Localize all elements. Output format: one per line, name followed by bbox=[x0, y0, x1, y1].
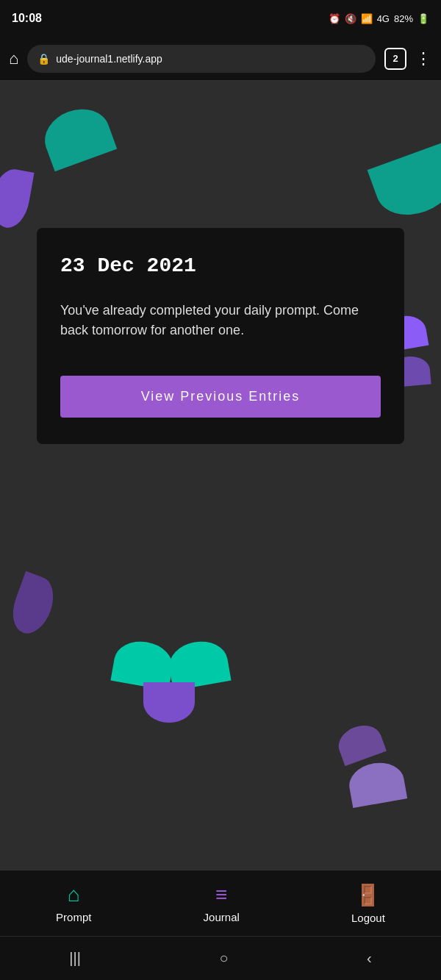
signal-icon: 4G bbox=[377, 13, 390, 24]
leaf-decoration-teal-top-left bbox=[37, 101, 118, 172]
main-card: 23 Dec 2021 You've already completed you… bbox=[37, 228, 404, 444]
logout-icon: 🚪 bbox=[355, 883, 381, 907]
android-recent-button[interactable]: ||| bbox=[69, 950, 81, 967]
nav-item-logout[interactable]: 🚪 Logout bbox=[351, 883, 385, 924]
prompt-home-icon: ⌂ bbox=[68, 883, 80, 906]
nav-label-journal: Journal bbox=[204, 911, 240, 923]
battery-icon: 🔋 bbox=[417, 13, 429, 24]
tab-count-button[interactable]: 2 bbox=[384, 48, 406, 70]
leaf-decoration-purple-bottom-right-1 bbox=[334, 720, 387, 766]
browser-bar: ⌂ 🔒 ude-journal1.netlify.app 2 ⋮ bbox=[0, 37, 441, 81]
browser-menu-button[interactable]: ⋮ bbox=[415, 49, 432, 68]
leaf-decoration-teal-top-right bbox=[368, 143, 441, 226]
view-previous-entries-button[interactable]: View Previous Entries bbox=[60, 376, 381, 418]
android-home-button[interactable]: ○ bbox=[219, 950, 228, 967]
android-nav-bar: ||| ○ ‹ bbox=[0, 936, 441, 980]
battery-label: 82% bbox=[394, 13, 413, 24]
tab-count-label: 2 bbox=[392, 53, 398, 64]
status-bar: 10:08 ⏰ 🔇 📶 4G 82% 🔋 bbox=[0, 0, 441, 37]
leaf-decoration-purple-left bbox=[0, 166, 35, 230]
card-date: 23 Dec 2021 bbox=[60, 254, 381, 277]
leaf-decoration-purple-bottom-right-2 bbox=[346, 759, 407, 808]
bottom-nav: ⌂ Prompt ≡ Journal 🚪 Logout bbox=[0, 870, 441, 936]
alarm-icon: ⏰ bbox=[329, 13, 340, 24]
lock-icon: 🔒 bbox=[37, 53, 50, 65]
url-text: ude-journal1.netlify.app bbox=[56, 53, 162, 65]
wifi-icon: 📶 bbox=[361, 13, 373, 24]
nav-label-prompt: Prompt bbox=[56, 911, 91, 923]
url-bar[interactable]: 🔒 ude-journal1.netlify.app bbox=[27, 45, 376, 73]
android-back-button[interactable]: ‹ bbox=[367, 950, 372, 967]
browser-home-button[interactable]: ⌂ bbox=[9, 49, 18, 68]
leaf-decoration-purple-bottom-center bbox=[143, 682, 195, 723]
status-icons: ⏰ 🔇 📶 4G 82% 🔋 bbox=[329, 13, 429, 24]
status-time: 10:08 bbox=[12, 12, 42, 25]
leaf-decoration-purple-left-bottom bbox=[6, 571, 60, 639]
journal-icon: ≡ bbox=[215, 883, 227, 906]
card-message: You've already completed your daily prom… bbox=[60, 301, 381, 340]
mute-icon: 🔇 bbox=[345, 13, 356, 24]
main-content: 23 Dec 2021 You've already completed you… bbox=[0, 81, 441, 870]
nav-label-logout: Logout bbox=[351, 912, 385, 924]
nav-item-prompt[interactable]: ⌂ Prompt bbox=[56, 883, 91, 923]
nav-item-journal[interactable]: ≡ Journal bbox=[204, 883, 240, 923]
